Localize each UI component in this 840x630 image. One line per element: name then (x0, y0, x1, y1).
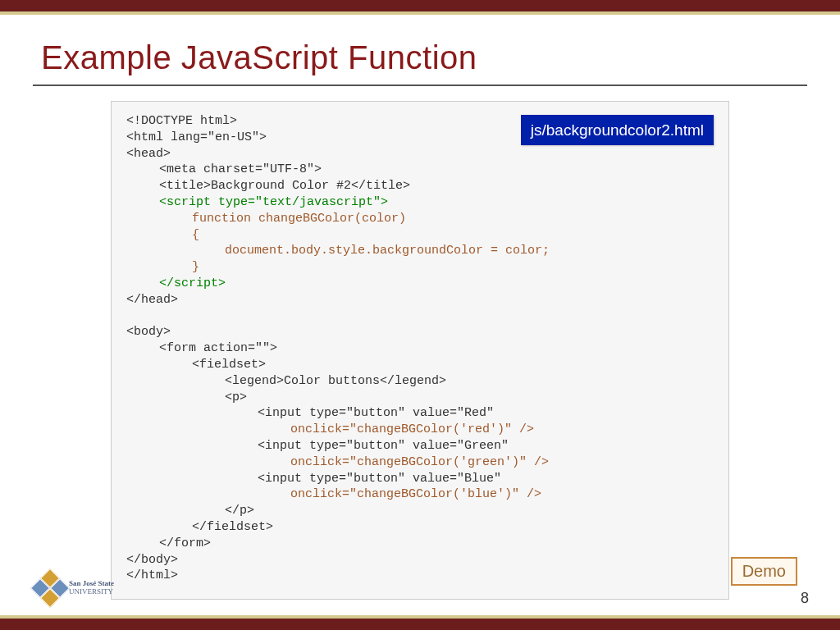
code-line: </form> (126, 536, 714, 552)
code-line: <p> (126, 390, 714, 406)
code-line-body: document.body.style.backgroundColor = co… (126, 243, 714, 259)
code-line-onclick: onclick="changeBGColor('green')" /> (126, 454, 714, 471)
code-line-func-decl: function changeBGColor(color) (126, 211, 714, 227)
code-line: </head> (126, 292, 714, 308)
sjsu-logo-text: San José State UNIVERSITY (69, 580, 114, 596)
code-line: <fieldset> (126, 357, 714, 373)
code-block: js/backgroundcolor2.html <!DOCTYPE html>… (111, 101, 729, 600)
code-line-brace-open: { (126, 227, 714, 244)
code-line-script-open: <script type="text/javascript"> (126, 194, 714, 211)
code-line: <input type="button" value="Green" (126, 438, 714, 454)
code-line: <form action=""> (126, 340, 714, 357)
code-line: <legend>Color buttons</legend> (126, 373, 714, 390)
slide-title: Example JavaScript Function (41, 39, 799, 76)
title-underline (33, 84, 807, 86)
code-line: </p> (126, 503, 714, 519)
code-line: <input type="button" value="Blue" (126, 471, 714, 487)
bottom-accent-bar (0, 615, 840, 630)
code-line: <body> (126, 324, 714, 340)
code-line: <head> (126, 146, 714, 162)
code-line-script-close: </script> (126, 276, 714, 292)
page-number: 8 (801, 590, 809, 607)
code-line: <input type="button" value="Red" (126, 405, 714, 422)
sjsu-logo-icon (30, 568, 70, 608)
demo-button[interactable]: Demo (731, 557, 797, 586)
code-line-brace-close: } (126, 259, 714, 276)
code-line: </fieldset> (126, 519, 714, 536)
code-line-onclick: onclick="changeBGColor('blue')" /> (126, 486, 714, 503)
code-line (126, 308, 714, 325)
code-line: </html> (126, 568, 714, 584)
code-line: <meta charset="UTF-8"> (126, 162, 714, 178)
logo-line2: UNIVERSITY (69, 588, 114, 596)
file-path-badge: js/backgroundcolor2.html (521, 115, 714, 145)
sjsu-logo: San José State UNIVERSITY (36, 574, 114, 602)
code-line: <title>Background Color #2</title> (126, 178, 714, 194)
code-line: </body> (126, 552, 714, 568)
code-line-onclick: onclick="changeBGColor('red')" /> (126, 422, 714, 438)
top-accent-bar (0, 0, 840, 15)
